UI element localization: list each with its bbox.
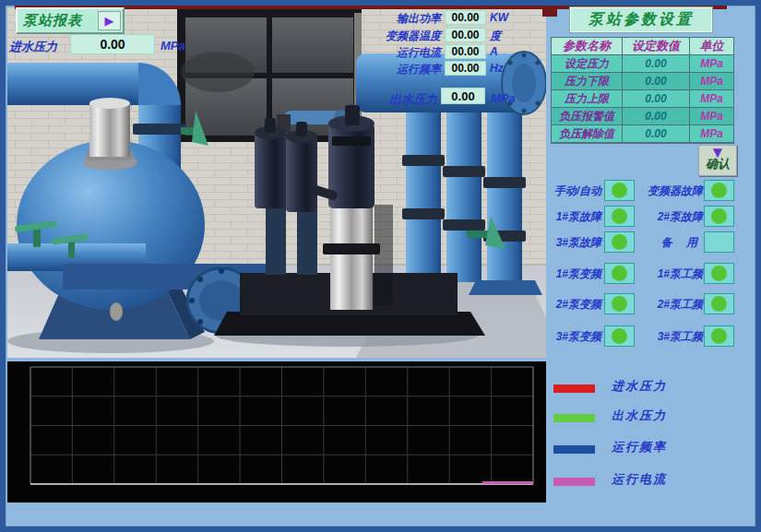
param-unit: MPa [690,108,733,125]
status-light [612,266,627,281]
settings-panel-title: 泵站参数设置 [570,7,712,32]
status-light [711,296,727,312]
param-name: 压力下限 [552,73,623,90]
status-label: 2#泵工频 [636,293,703,315]
inlet-pressure-value: 0.00 [70,34,155,54]
status-light-box [604,293,635,314]
status-light [711,328,727,344]
param-unit: MPa [690,125,733,143]
status-light [612,183,627,198]
outlet-pressure-label: 出水压力 [345,91,437,108]
pump-station-3d-view [7,7,546,358]
run-current-unit: A [490,45,498,58]
param-name: 压力上限 [552,90,623,108]
legend-swatch-frequency [553,445,595,454]
inlet-pressure-unit: MPa [161,39,185,53]
status-light-box [704,293,734,314]
status-light-box [604,231,635,253]
status-light [711,234,727,250]
param-value-input[interactable]: 0.00 [623,55,690,73]
status-row: 1#泵变频 1#泵工频 [544,263,756,285]
run-current-trace [482,481,533,484]
status-row: 3#泵故障 备 用 [544,231,756,254]
inverter-temp-unit: 度 [490,29,501,44]
output-power-unit: KW [490,11,508,24]
legend-label-current: 运行电流 [612,471,667,488]
status-label: 1#泵工频 [636,263,703,285]
param-value-input[interactable]: 0.00 [623,90,690,108]
inlet-pressure-label: 进水压力 [9,39,68,55]
col-header-value: 设定数值 [623,38,690,55]
param-value-input[interactable]: 0.00 [623,125,690,143]
status-label: 1#泵故障 [544,206,601,228]
status-label: 2#泵变频 [544,293,601,315]
status-light [711,266,727,281]
status-light-box [704,263,734,284]
status-row: 手动/自动 变频器故障 [544,180,756,202]
param-unit: MPa [690,73,733,90]
param-unit: MPa [690,55,733,73]
status-light-box [604,325,635,347]
status-light [612,296,627,312]
pump-station-3d-art [7,7,546,358]
status-label: 3#泵故障 [544,231,601,254]
legend-label-outlet: 出水压力 [612,408,667,424]
top-maroon-tab [542,6,557,17]
col-header-name: 参数名称 [552,38,623,55]
legend-swatch-inlet [553,384,595,393]
pump-station-hmi-screen: 泵站报表 ▶ 进水压力 0.00 MPa 输出功率 00.00 KW 变频器温度… [0,0,761,532]
param-value-input[interactable]: 0.00 [623,108,690,125]
run-frequency-unit: Hz [490,62,504,75]
confirm-button-label: 确认 [699,156,736,172]
status-label: 1#泵变频 [544,263,601,285]
legend-label-frequency: 运行频率 [612,439,667,455]
status-light-box [704,206,734,227]
status-light-box [604,180,635,201]
outlet-pressure-unit: MPa [491,91,516,105]
play-icon: ▶ [98,11,121,30]
col-header-unit: 单位 [690,38,733,55]
param-name: 负压解除值 [552,125,623,143]
status-light-box [704,231,734,253]
status-label: 手动/自动 [544,180,601,202]
report-button[interactable]: 泵站报表 ▶ [16,7,125,34]
param-unit: MPa [690,90,733,108]
run-frequency-value: 00.00 [445,61,486,76]
status-label: 2#泵故障 [636,206,703,228]
legend-swatch-outlet [553,414,595,422]
status-row: 1#泵故障 2#泵故障 [544,206,756,228]
status-light-box [604,263,635,284]
inverter-temp-value: 00.00 [445,28,486,42]
outlet-pressure-value: 0.00 [441,88,485,104]
status-light-box [704,325,734,347]
chart-grid [7,361,546,502]
legend-swatch-current [553,478,595,486]
status-light-box [604,206,635,227]
status-light [711,208,727,224]
report-button-label: 泵站报表 [23,12,98,30]
status-label: 备 用 [636,231,703,254]
param-value-input[interactable]: 0.00 [623,73,690,90]
status-row: 2#泵变频 2#泵工频 [544,293,756,315]
confirm-button[interactable]: ▼ 确认 [698,145,737,176]
status-row: 3#泵变频 3#泵工频 [544,325,756,348]
run-frequency-label: 运行频率 [339,62,441,77]
run-current-value: 00.00 [445,44,486,59]
status-label: 3#泵变频 [544,325,601,348]
status-light [612,208,627,224]
status-label: 变频器故障 [636,180,703,202]
parameter-table: 参数名称 设定数值 单位 设定压力 0.00 MPa 压力下限 0.00 MPa… [551,37,734,144]
status-light [612,328,627,344]
param-name: 设定压力 [552,55,623,73]
param-name: 负压报警值 [552,108,623,125]
status-label: 3#泵工频 [636,325,703,348]
output-power-value: 00.00 [445,10,486,25]
output-power-label: 输出功率 [339,11,441,27]
inverter-temp-label: 变频器温度 [339,29,441,44]
status-light-box [704,180,734,201]
run-current-label: 运行电流 [339,45,441,61]
status-light [612,234,627,250]
status-light [711,183,727,198]
legend-label-inlet: 进水压力 [612,378,667,395]
trend-chart [7,361,546,502]
